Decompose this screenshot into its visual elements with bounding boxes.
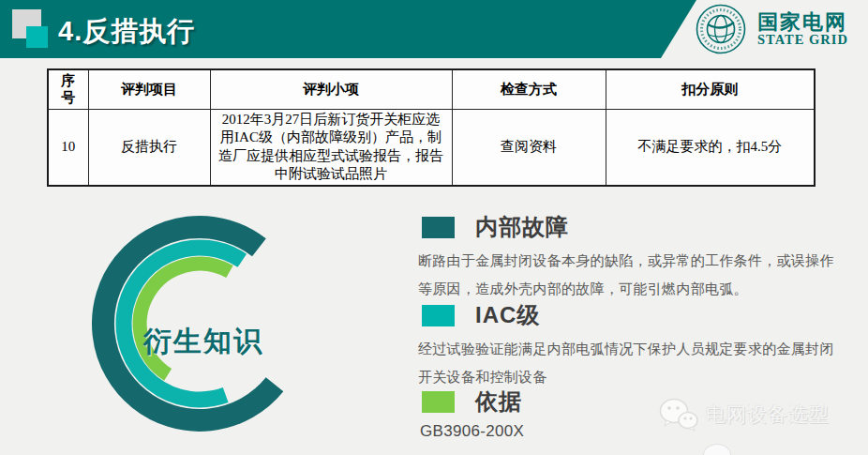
bullet-square-green bbox=[422, 391, 455, 413]
section-iac-header: IAC级 bbox=[422, 300, 540, 330]
state-grid-emblem-icon bbox=[696, 4, 746, 54]
bullet-square-cyan bbox=[422, 305, 455, 326]
section-title: 依据 bbox=[475, 387, 522, 417]
decor-square-cyan bbox=[26, 26, 48, 48]
wechat-icon bbox=[659, 398, 698, 432]
section-iac-body: 经过试验验证能满足内部电弧情况下保护人员规定要求的金属封闭开关设备和控制设备 bbox=[418, 335, 842, 391]
watermark-text: 电网设备选型 bbox=[706, 402, 830, 428]
state-grid-logo: 国家电网 STATE GRID bbox=[696, 4, 848, 54]
knowledge-badge: 衍生知识 bbox=[143, 323, 263, 361]
logo-text: 国家电网 STATE GRID bbox=[757, 11, 848, 47]
section-internal-fault-header: 内部故障 bbox=[422, 212, 569, 242]
slide-page: 4.反措执行 国家电网 STATE GRID 序号 评判项目 评判小项 检查方式 bbox=[0, 0, 868, 455]
logo-cn-label: 国家电网 bbox=[757, 11, 848, 33]
section-internal-fault-body: 断路由于金属封闭设备本身的缺陷，或异常的工作条件，或误操作等原因，造成外壳内部的… bbox=[418, 247, 842, 303]
section-title: IAC级 bbox=[475, 300, 540, 330]
page-title: 4.反措执行 bbox=[58, 13, 195, 51]
logo-en-label: STATE GRID bbox=[757, 33, 848, 47]
bullet-square-dark-teal bbox=[422, 217, 455, 238]
section-basis-header: 依据 bbox=[422, 387, 522, 417]
watermark: 电网设备选型 bbox=[659, 398, 830, 432]
section-title: 内部故障 bbox=[475, 212, 569, 242]
section-basis-body: GB3906-200X bbox=[420, 422, 524, 441]
